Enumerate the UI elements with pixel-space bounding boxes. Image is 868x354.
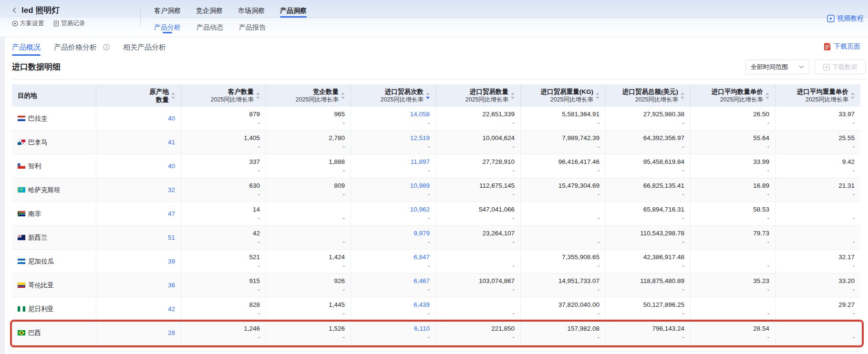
time-range-select[interactable]: 全部时间范围	[745, 60, 809, 74]
origin-count-link[interactable]: 42	[168, 305, 175, 313]
growth-rate: -	[781, 190, 855, 199]
column-header-customer_count[interactable]: 客户数量2025同比增长率	[181, 84, 266, 107]
tab-market-insight[interactable]: 市场洞察	[238, 0, 265, 18]
competitor_count-cell: 1,526-	[266, 321, 351, 344]
value: 1,888	[272, 157, 345, 166]
scheme-settings-button[interactable]: 方案设置	[12, 20, 44, 28]
growth-rate: -	[187, 190, 260, 199]
value[interactable]: 6,467	[357, 276, 430, 285]
origin-count-link[interactable]: 36	[168, 282, 175, 289]
import_trade_qty-cell: 547,041,066-	[436, 202, 521, 225]
origin-count-cell: 41	[96, 131, 181, 154]
download-page-link[interactable]: 下载页面	[824, 42, 860, 51]
value	[442, 300, 515, 309]
customer_count-cell: 1,246-	[181, 321, 266, 344]
value[interactable]: 9,979	[357, 229, 430, 238]
growth-rate: -	[187, 309, 260, 318]
growth-rate: -	[696, 309, 769, 318]
value[interactable]: 12,519	[357, 133, 430, 142]
import_trade_weight-cell: 15,479,304.69-	[521, 178, 606, 202]
import_trade_qty-cell: 22,651,339-	[436, 107, 521, 130]
growth-rate: -	[781, 119, 855, 127]
value[interactable]: 6,110	[357, 324, 430, 333]
back-icon[interactable]	[12, 7, 17, 13]
target-icon	[12, 20, 18, 27]
origin-count-link[interactable]: 39	[168, 258, 175, 265]
origin-count-link[interactable]: 28	[168, 329, 175, 336]
value[interactable]: 14,058	[357, 110, 430, 119]
growth-rate: -	[272, 166, 345, 175]
growth-rate: -	[696, 166, 769, 175]
growth-rate: -	[442, 142, 515, 151]
tab-product-trends[interactable]: 产品动态	[196, 23, 223, 33]
growth-rate: -	[696, 119, 769, 127]
growth-rate: -	[611, 142, 684, 151]
growth-rate: -	[357, 142, 430, 151]
value: 809	[272, 181, 345, 190]
download-data-button[interactable]: 下载数据	[815, 60, 866, 74]
sort-arrows	[511, 92, 515, 99]
growth-rate: -	[357, 262, 430, 270]
tab-product-analysis[interactable]: 产品分析	[154, 23, 181, 33]
tab-product-report[interactable]: 产品报告	[239, 23, 266, 33]
flag-icon-panama	[18, 140, 25, 145]
tab-competitor-insight[interactable]: 竞企洞察	[196, 0, 223, 18]
growth-rate: -	[442, 285, 515, 294]
customer_count-cell: 828-	[181, 297, 266, 321]
import_trade_qty-cell: 221,850-	[436, 321, 521, 344]
import_avg_weight_price-cell: 9.42-	[775, 154, 860, 178]
origin-count-link[interactable]: 41	[168, 139, 175, 146]
column-header-import_trade_times[interactable]: 进口贸易次数2025同比增长率	[351, 84, 436, 107]
customer_count-cell: 1,405-	[181, 131, 266, 154]
column-header-import_trade_amount[interactable]: 进口贸易总额(美元)2025同比增长率	[606, 84, 691, 107]
import-data-table: 目的地原产地数量客户数量2025同比增长率竞企数量2025同比增长率进口贸易次数…	[12, 79, 865, 345]
origin-count-cell: 39	[96, 250, 181, 273]
video-tutorial-link[interactable]: 视频教程	[827, 14, 864, 23]
import_trade_amount-cell: 110,543,298.78-	[606, 226, 691, 249]
tab-product-price-analysis[interactable]: 产品价格分析	[54, 37, 110, 57]
tab-product-insight[interactable]: 产品洞察	[280, 0, 307, 18]
growth-rate: -	[696, 190, 769, 199]
value[interactable]: 6,847	[357, 253, 430, 262]
value	[781, 229, 855, 238]
growth-rate: -	[527, 262, 599, 270]
value: 5,581,364.91	[527, 110, 599, 119]
value: 55.64	[696, 133, 769, 142]
column-header-import_trade_weight[interactable]: 进口贸易重量(KG)2025同比增长率	[521, 84, 606, 107]
tab-customer-insight[interactable]: 客户洞察	[154, 0, 181, 18]
origin-count-link[interactable]: 47	[168, 210, 175, 217]
value[interactable]: 6,439	[357, 300, 430, 309]
import_trade_amount-cell: 64,392,356.97-	[606, 131, 691, 154]
value[interactable]: 10,962	[357, 205, 430, 214]
origin-count-cell: 32	[96, 178, 181, 202]
sort-arrows	[256, 92, 260, 99]
tab-related-product-analysis[interactable]: 相关产品分析	[123, 37, 166, 57]
origin-count-link[interactable]: 32	[168, 186, 175, 193]
growth-rate: -	[272, 285, 345, 294]
column-header-import_trade_qty[interactable]: 进口贸易数量2025同比增长率	[436, 84, 521, 107]
column-header-import_avg_weight_price[interactable]: 进口平均重量单价2025同比增长率	[775, 84, 860, 107]
column-header-origin_count[interactable]: 原产地数量	[96, 84, 181, 107]
customer_count-cell: 42-	[181, 226, 266, 249]
sort-arrows	[426, 92, 430, 99]
origin-count-link[interactable]: 51	[168, 234, 175, 241]
origin-count-link[interactable]: 40	[168, 162, 175, 170]
import_avg_weight_price-cell: -	[775, 202, 860, 225]
growth-rate: -	[781, 309, 855, 318]
growth-rate: -	[272, 238, 345, 246]
origin-count-cell: 51	[96, 226, 181, 249]
column-header-import_avg_qty_price[interactable]: 进口平均数量单价2025同比增长率	[691, 84, 775, 107]
value: 26.50	[696, 110, 769, 119]
growth-rate: -	[781, 238, 855, 246]
import_trade_times-cell: 9,979-	[351, 226, 436, 249]
growth-rate: -	[272, 190, 345, 199]
origin-count-link[interactable]: 40	[168, 115, 175, 122]
value: 42	[187, 229, 260, 238]
app-header: led 照明灯 方案设置 贸易记录 客户洞察竞企洞察市场洞察产品洞察 产品分析产…	[0, 0, 868, 37]
column-header-competitor_count[interactable]: 竞企数量2025同比增长率	[266, 84, 351, 107]
trade-records-button[interactable]: 贸易记录	[53, 20, 85, 28]
value[interactable]: 10,989	[357, 181, 430, 190]
origin-count-cell: 40	[96, 154, 181, 178]
value[interactable]: 11,897	[357, 157, 430, 166]
tab-product-overview[interactable]: 产品概况	[12, 37, 41, 57]
